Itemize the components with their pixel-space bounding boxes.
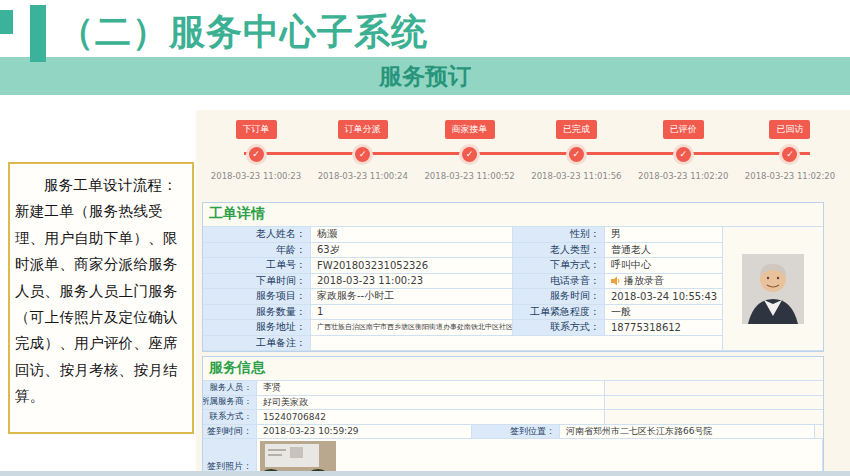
order-number-value: FW201803231052326	[311, 258, 513, 274]
service-info-title: 服务信息	[203, 357, 823, 380]
gender-value: 男	[605, 227, 723, 243]
elder-name-value: 杨灏	[311, 227, 513, 243]
check-icon: ✓	[569, 147, 584, 162]
step-button[interactable]: 下订单	[236, 120, 277, 139]
elder-photo-image	[742, 254, 804, 324]
field-label: 工单号：	[203, 258, 311, 274]
field-label: 所属服务商：	[203, 396, 257, 411]
order-time-value: 2018-03-23 11:00:23	[311, 274, 513, 290]
slide-title: （二）服务中心子系统	[58, 8, 428, 57]
step-timestamp: 2018-03-23 11:00:24	[318, 171, 408, 181]
step-timestamp: 2018-03-23 11:02:20	[745, 171, 835, 181]
step-button[interactable]: 订单分派	[338, 120, 388, 139]
checkin-time-value: 2018-03-23 10:59:29	[257, 425, 472, 440]
service-address-value: 广西壮族自治区南宁市西乡塘区衡阳街道办事处南铁北中区社区居委会	[311, 320, 513, 336]
field-label: 年龄：	[203, 243, 311, 259]
table-filler	[605, 381, 823, 396]
timeline-step-place-order: 下订单 ✓ 2018-03-23 11:00:23	[204, 120, 308, 181]
check-icon: ✓	[676, 147, 691, 162]
field-label: 工单备注：	[203, 336, 311, 352]
age-value: 63岁	[311, 243, 513, 259]
step-button[interactable]: 已评价	[663, 120, 704, 139]
title-accent-bar	[30, 5, 46, 62]
field-label: 服务时间：	[513, 289, 605, 305]
contact-phone-value: 18775318612	[605, 320, 723, 336]
field-label: 联系方式：	[513, 320, 605, 336]
banner-subtitle: 服务预订	[0, 57, 850, 95]
check-icon: ✓	[355, 147, 370, 162]
field-label: 老人类型：	[513, 243, 605, 259]
field-label: 服务数量：	[203, 305, 311, 321]
service-quantity-value: 1	[311, 305, 513, 321]
step-button[interactable]: 商家接单	[445, 120, 495, 139]
elder-type-value: 普通老人	[605, 243, 723, 259]
field-label: 联系方式：	[203, 410, 257, 425]
service-info-table: 服务人员： 李贤 所属服务商： 好司美家政 联系方式： 15240706842	[203, 380, 823, 425]
timeline-step-merchant-accept: 商家接单 ✓ 2018-03-23 11:00:52	[418, 120, 522, 181]
table-filler	[815, 425, 823, 440]
slide-bottom-strip	[0, 471, 850, 476]
step-timestamp: 2018-03-23 11:01:56	[531, 171, 621, 181]
step-button[interactable]: 已完成	[556, 120, 597, 139]
field-label: 工单紧急程度：	[513, 305, 605, 321]
checkin-location-value: 河南省郑州市二七区长江东路66号院	[560, 425, 815, 440]
field-label: 老人姓名：	[203, 227, 311, 243]
step-timestamp: 2018-03-23 11:00:52	[424, 171, 514, 181]
service-provider-value: 好司美家政	[257, 396, 605, 411]
field-label: 服务人员：	[203, 381, 257, 396]
field-label: 服务地址：	[203, 320, 311, 336]
field-label: 下单方式：	[513, 258, 605, 274]
field-label: 签到时间：	[203, 425, 257, 440]
order-detail-title: 工单详情	[203, 203, 823, 226]
field-label: 签到位置：	[472, 425, 560, 440]
timeline-step-dispatch: 订单分派 ✓ 2018-03-23 11:00:24	[311, 120, 415, 181]
check-icon: ✓	[462, 147, 477, 162]
corner-accent-block	[0, 10, 13, 34]
urgency-value: 一般	[605, 305, 723, 321]
field-label: 性别：	[513, 227, 605, 243]
timeline-step-completed: 已完成 ✓ 2018-03-23 11:01:56	[524, 120, 628, 181]
field-label: 服务项目：	[203, 289, 311, 305]
step-timestamp: 2018-03-23 11:02:20	[638, 171, 728, 181]
check-icon: ✓	[782, 147, 797, 162]
step-timestamp: 2018-03-23 11:00:23	[211, 171, 301, 181]
checkin-row: 签到时间： 2018-03-23 10:59:29 签到位置： 河南省郑州市二七…	[203, 425, 823, 440]
order-screen-panel: 下订单 ✓ 2018-03-23 11:00:23 订单分派 ✓ 2018-03…	[196, 110, 850, 471]
service-worker-value: 李贤	[257, 381, 605, 396]
field-label: 电话录音：	[513, 274, 605, 290]
order-channel-value: 呼叫中心	[605, 258, 723, 274]
service-item-value: 家政服务--小时工	[311, 289, 513, 305]
process-note-box: 服务工单设计流程：新建工单（服务热线受理、用户自助下单）、限时派单、商家分派给服…	[8, 162, 194, 434]
step-button[interactable]: 已回访	[769, 120, 810, 139]
table-filler	[605, 410, 823, 425]
worker-phone-value: 15240706842	[257, 410, 605, 425]
table-filler	[605, 396, 823, 411]
order-status-timeline: 下订单 ✓ 2018-03-23 11:00:23 订单分派 ✓ 2018-03…	[196, 110, 850, 198]
field-label: 下单时间：	[203, 274, 311, 290]
play-recording-label: 播放录音	[624, 274, 664, 288]
speaker-icon	[611, 276, 621, 286]
play-recording-link[interactable]: 播放录音	[605, 274, 723, 290]
order-detail-table: 老人姓名： 杨灏 性别： 男 年龄： 63岁 老人类型： 普通老人 工单号： F…	[203, 226, 823, 351]
service-info-section: 服务信息 服务人员： 李贤 所属服务商： 好司美家政 联系方式： 1524070…	[202, 356, 824, 476]
timeline-step-rated: 已评价 ✓ 2018-03-23 11:02:20	[631, 120, 735, 181]
timeline-step-followed-up: 已回访 ✓ 2018-03-23 11:02:20	[738, 120, 842, 181]
order-remark-value	[311, 336, 723, 352]
check-icon: ✓	[249, 147, 264, 162]
order-detail-section: 工单详情 老人姓名： 杨灏 性别： 男 年龄： 63岁 老人类	[202, 202, 824, 352]
service-time-value: 2018-03-24 10:55:43	[605, 289, 723, 305]
elder-photo	[723, 227, 823, 351]
process-note-text: 服务工单设计流程：新建工单（服务热线受理、用户自助下单）、限时派单、商家分派给服…	[15, 172, 187, 409]
